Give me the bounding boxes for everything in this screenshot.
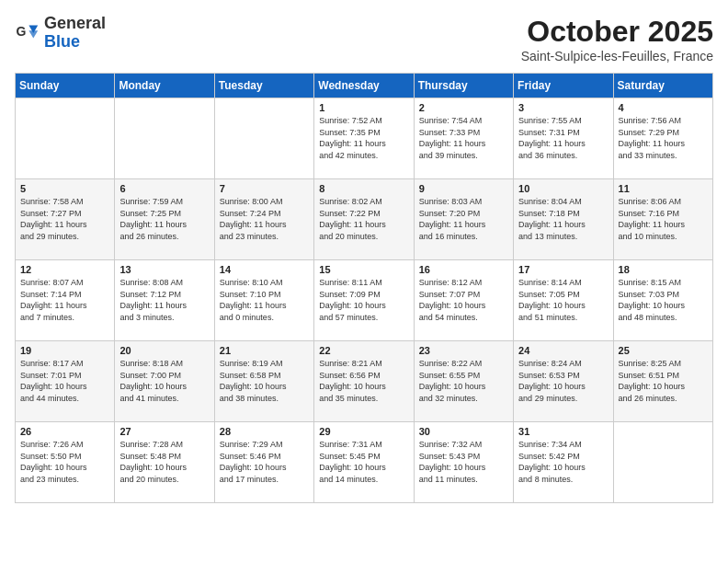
cell-daylight-info: Sunrise: 7:54 AM Sunset: 7:33 PM Dayligh… (419, 115, 508, 161)
day-number: 8 (319, 183, 408, 194)
cell-daylight-info: Sunrise: 8:17 AM Sunset: 7:01 PM Dayligh… (20, 358, 109, 404)
calendar-week-row: 1Sunrise: 7:52 AM Sunset: 7:35 PM Daylig… (16, 98, 713, 179)
calendar-cell: 27Sunrise: 7:28 AM Sunset: 5:48 PM Dayli… (115, 422, 214, 503)
day-number: 1 (319, 102, 408, 113)
calendar-cell: 10Sunrise: 8:04 AM Sunset: 7:18 PM Dayli… (514, 179, 613, 260)
cell-daylight-info: Sunrise: 7:28 AM Sunset: 5:48 PM Dayligh… (119, 439, 209, 485)
calendar-week-row: 26Sunrise: 7:26 AM Sunset: 5:50 PM Dayli… (16, 422, 713, 503)
page-header: G General Blue October 2025 Saint-Sulpic… (15, 15, 713, 63)
calendar-cell: 13Sunrise: 8:08 AM Sunset: 7:12 PM Dayli… (115, 260, 214, 341)
calendar-cell: 18Sunrise: 8:15 AM Sunset: 7:03 PM Dayli… (613, 260, 712, 341)
cell-daylight-info: Sunrise: 8:22 AM Sunset: 6:55 PM Dayligh… (419, 358, 508, 404)
calendar-cell: 12Sunrise: 8:07 AM Sunset: 7:14 PM Dayli… (16, 260, 115, 341)
day-number: 17 (518, 264, 608, 275)
calendar-cell: 29Sunrise: 7:31 AM Sunset: 5:45 PM Dayli… (314, 422, 414, 503)
day-number: 13 (119, 264, 209, 275)
calendar-cell: 4Sunrise: 7:56 AM Sunset: 7:29 PM Daylig… (613, 98, 712, 179)
calendar-cell: 21Sunrise: 8:19 AM Sunset: 6:58 PM Dayli… (214, 341, 313, 422)
cell-daylight-info: Sunrise: 8:10 AM Sunset: 7:10 PM Dayligh… (220, 277, 309, 323)
day-header-sunday: Sunday (16, 74, 115, 98)
cell-daylight-info: Sunrise: 8:19 AM Sunset: 6:58 PM Dayligh… (220, 358, 309, 404)
cell-daylight-info: Sunrise: 8:06 AM Sunset: 7:16 PM Dayligh… (619, 196, 708, 242)
day-number: 3 (518, 102, 608, 113)
calendar-cell: 14Sunrise: 8:10 AM Sunset: 7:10 PM Dayli… (214, 260, 313, 341)
cell-daylight-info: Sunrise: 8:25 AM Sunset: 6:51 PM Dayligh… (619, 358, 708, 404)
day-number: 5 (20, 183, 109, 194)
cell-daylight-info: Sunrise: 8:12 AM Sunset: 7:07 PM Dayligh… (419, 277, 508, 323)
calendar-cell: 2Sunrise: 7:54 AM Sunset: 7:33 PM Daylig… (414, 98, 513, 179)
day-number: 27 (119, 426, 209, 437)
day-number: 2 (419, 102, 508, 113)
day-number: 25 (619, 345, 708, 356)
cell-daylight-info: Sunrise: 8:04 AM Sunset: 7:18 PM Dayligh… (518, 196, 608, 242)
cell-daylight-info: Sunrise: 7:34 AM Sunset: 5:42 PM Dayligh… (518, 439, 608, 485)
calendar-table: SundayMondayTuesdayWednesdayThursdayFrid… (15, 73, 713, 503)
calendar-cell: 9Sunrise: 8:03 AM Sunset: 7:20 PM Daylig… (414, 179, 513, 260)
logo-text: General Blue (44, 15, 106, 52)
calendar-cell: 11Sunrise: 8:06 AM Sunset: 7:16 PM Dayli… (613, 179, 712, 260)
calendar-cell: 1Sunrise: 7:52 AM Sunset: 7:35 PM Daylig… (314, 98, 414, 179)
day-number: 29 (319, 426, 408, 437)
day-number: 24 (518, 345, 608, 356)
day-number: 28 (220, 426, 309, 437)
cell-daylight-info: Sunrise: 7:58 AM Sunset: 7:27 PM Dayligh… (20, 196, 109, 242)
calendar-cell: 20Sunrise: 8:18 AM Sunset: 7:00 PM Dayli… (115, 341, 214, 422)
calendar-cell: 23Sunrise: 8:22 AM Sunset: 6:55 PM Dayli… (414, 341, 513, 422)
calendar-cell: 17Sunrise: 8:14 AM Sunset: 7:05 PM Dayli… (514, 260, 613, 341)
cell-daylight-info: Sunrise: 7:56 AM Sunset: 7:29 PM Dayligh… (619, 115, 708, 161)
day-number: 22 (319, 345, 408, 356)
cell-daylight-info: Sunrise: 8:08 AM Sunset: 7:12 PM Dayligh… (119, 277, 209, 323)
calendar-cell (613, 422, 712, 503)
calendar-cell: 8Sunrise: 8:02 AM Sunset: 7:22 PM Daylig… (314, 179, 414, 260)
svg-marker-3 (28, 30, 38, 38)
calendar-cell: 3Sunrise: 7:55 AM Sunset: 7:31 PM Daylig… (514, 98, 613, 179)
cell-daylight-info: Sunrise: 7:52 AM Sunset: 7:35 PM Dayligh… (319, 115, 408, 161)
day-header-thursday: Thursday (414, 74, 513, 98)
cell-daylight-info: Sunrise: 8:24 AM Sunset: 6:53 PM Dayligh… (518, 358, 608, 404)
cell-daylight-info: Sunrise: 7:26 AM Sunset: 5:50 PM Dayligh… (20, 439, 109, 485)
day-number: 30 (419, 426, 508, 437)
cell-daylight-info: Sunrise: 8:02 AM Sunset: 7:22 PM Dayligh… (319, 196, 408, 242)
month-title: October 2025 (521, 15, 713, 49)
day-number: 15 (319, 264, 408, 275)
cell-daylight-info: Sunrise: 8:14 AM Sunset: 7:05 PM Dayligh… (518, 277, 608, 323)
calendar-cell: 30Sunrise: 7:32 AM Sunset: 5:43 PM Dayli… (414, 422, 513, 503)
calendar-cell: 6Sunrise: 7:59 AM Sunset: 7:25 PM Daylig… (115, 179, 214, 260)
day-number: 14 (220, 264, 309, 275)
cell-daylight-info: Sunrise: 7:59 AM Sunset: 7:25 PM Dayligh… (119, 196, 209, 242)
day-number: 4 (619, 102, 708, 113)
cell-daylight-info: Sunrise: 8:18 AM Sunset: 7:00 PM Dayligh… (119, 358, 209, 404)
title-block: October 2025 Saint-Sulpice-les-Feuilles,… (521, 15, 713, 63)
day-number: 31 (518, 426, 608, 437)
calendar-week-row: 5Sunrise: 7:58 AM Sunset: 7:27 PM Daylig… (16, 179, 713, 260)
day-number: 10 (518, 183, 608, 194)
cell-daylight-info: Sunrise: 8:15 AM Sunset: 7:03 PM Dayligh… (619, 277, 708, 323)
cell-daylight-info: Sunrise: 7:31 AM Sunset: 5:45 PM Dayligh… (319, 439, 408, 485)
svg-text:G: G (16, 24, 26, 39)
calendar-cell: 31Sunrise: 7:34 AM Sunset: 5:42 PM Dayli… (514, 422, 613, 503)
calendar-cell: 15Sunrise: 8:11 AM Sunset: 7:09 PM Dayli… (314, 260, 414, 341)
logo: G General Blue (15, 15, 106, 52)
calendar-cell: 5Sunrise: 7:58 AM Sunset: 7:27 PM Daylig… (16, 179, 115, 260)
logo-icon: G (15, 20, 40, 46)
calendar-cell: 28Sunrise: 7:29 AM Sunset: 5:46 PM Dayli… (214, 422, 313, 503)
day-number: 16 (419, 264, 508, 275)
day-number: 20 (119, 345, 209, 356)
day-number: 9 (419, 183, 508, 194)
day-header-tuesday: Tuesday (214, 74, 313, 98)
calendar-cell (214, 98, 313, 179)
day-number: 18 (619, 264, 708, 275)
day-number: 26 (20, 426, 109, 437)
day-number: 19 (20, 345, 109, 356)
calendar-cell: 22Sunrise: 8:21 AM Sunset: 6:56 PM Dayli… (314, 341, 414, 422)
calendar-week-row: 12Sunrise: 8:07 AM Sunset: 7:14 PM Dayli… (16, 260, 713, 341)
calendar-cell: 19Sunrise: 8:17 AM Sunset: 7:01 PM Dayli… (16, 341, 115, 422)
cell-daylight-info: Sunrise: 7:29 AM Sunset: 5:46 PM Dayligh… (220, 439, 309, 485)
cell-daylight-info: Sunrise: 8:21 AM Sunset: 6:56 PM Dayligh… (319, 358, 408, 404)
day-number: 21 (220, 345, 309, 356)
cell-daylight-info: Sunrise: 7:55 AM Sunset: 7:31 PM Dayligh… (518, 115, 608, 161)
calendar-cell: 24Sunrise: 8:24 AM Sunset: 6:53 PM Dayli… (514, 341, 613, 422)
calendar-cell: 25Sunrise: 8:25 AM Sunset: 6:51 PM Dayli… (613, 341, 712, 422)
calendar-cell: 26Sunrise: 7:26 AM Sunset: 5:50 PM Dayli… (16, 422, 115, 503)
day-number: 6 (119, 183, 209, 194)
